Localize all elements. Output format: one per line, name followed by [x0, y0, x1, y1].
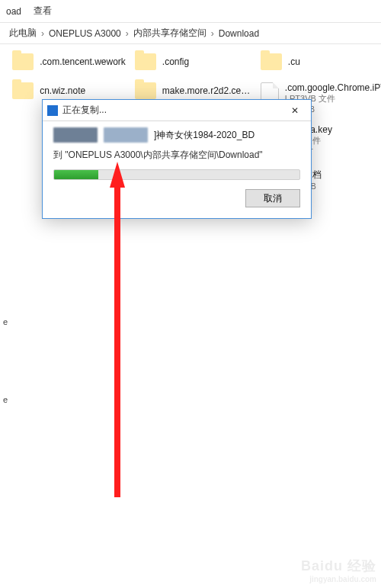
chevron-right-icon: › [126, 28, 129, 39]
file-list-pane: e e .com.tencent.wework cn.wiz.note .con… [0, 44, 381, 404]
folder-icon [135, 53, 156, 70]
watermark-sub: jingyan.baidu.com [301, 575, 376, 583]
folder-label: .cu [288, 56, 300, 67]
source-filename: ]神奇女侠1984-2020_BD [154, 129, 255, 142]
watermark: Baidu 经验 jingyan.baidu.com [301, 557, 376, 583]
progress-bar [53, 169, 300, 180]
copy-dialog: 正在复制... ✕ ]神奇女侠1984-2020_BD 到 "ONEPLUS A… [42, 99, 312, 219]
folder-label: .com.tencent.wework [40, 56, 126, 67]
folder-label: .config [162, 56, 189, 67]
menu-view[interactable]: 查看 [34, 5, 52, 18]
source-thumb-icon [53, 127, 98, 143]
window-header: oad 查看 [0, 0, 381, 23]
crumb-internal-storage[interactable]: 内部共享存储空间 [130, 25, 210, 41]
file-label: .com.google.Chrome.iPT [285, 82, 381, 93]
destination-row: 到 "ONEPLUS A3000\内部共享存储空间\Download" [53, 149, 300, 162]
chevron-right-icon: › [41, 28, 44, 39]
dest-path: "ONEPLUS A3000\内部共享存储空间\Download" [65, 149, 262, 160]
app-icon [47, 105, 58, 116]
folder-label: cn.wiz.note [40, 85, 85, 96]
watermark-brand: Baidu 经验 [301, 558, 376, 574]
crumb-this-pc[interactable]: 此电脑 [6, 25, 40, 41]
folder-item[interactable]: .config [130, 50, 256, 73]
chevron-right-icon: › [211, 28, 214, 39]
folder-icon [261, 53, 282, 70]
progress-fill [54, 170, 98, 179]
close-icon: ✕ [291, 105, 299, 116]
breadcrumb[interactable]: 此电脑 › ONEPLUS A3000 › 内部共享存储空间 › Downloa… [0, 23, 381, 44]
folder-item[interactable]: .com.tencent.wework [8, 50, 130, 73]
dialog-titlebar[interactable]: 正在复制... ✕ [43, 100, 311, 121]
dest-prefix: 到 [53, 149, 62, 160]
dialog-title-text: 正在复制... [62, 104, 107, 117]
folder-label: make.more.r2d2.cellular_z [162, 85, 251, 96]
source-row: ]神奇女侠1984-2020_BD [53, 127, 300, 143]
crumb-download[interactable]: Download [216, 27, 262, 40]
folder-icon [12, 82, 34, 99]
close-button[interactable]: ✕ [283, 103, 306, 118]
cancel-button[interactable]: 取消 [245, 189, 300, 207]
source-thumb-icon [104, 127, 148, 143]
folder-item[interactable]: .cu [256, 50, 381, 73]
crumb-device[interactable]: ONEPLUS A3000 [46, 27, 124, 40]
folder-icon [135, 82, 156, 99]
folder-icon [12, 53, 34, 70]
tab-title-partial: oad [6, 6, 21, 17]
